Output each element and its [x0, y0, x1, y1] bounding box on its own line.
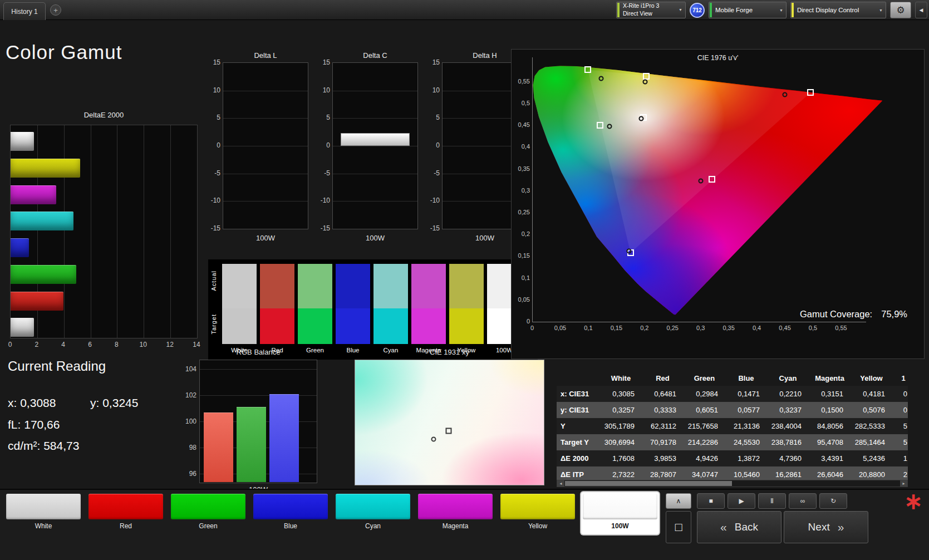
loop-icon: ∞ [800, 497, 805, 505]
swatch-target-yellow [449, 308, 484, 344]
patch-label: Green [171, 522, 245, 530]
gridline [333, 91, 417, 91]
swatch-actual-magenta [411, 264, 446, 308]
swatch-actual-blue [336, 264, 370, 308]
meter-dropdown-label: X-Rite i1Pro 3 Direct View [623, 2, 659, 17]
patch-button-green[interactable]: Green [169, 492, 247, 534]
column-header: Cyan [767, 374, 809, 382]
table-cell: 215,7658 [684, 422, 725, 430]
tick-label: 0,3 [696, 325, 705, 331]
tick-label: 0,2 [513, 230, 530, 237]
display-control-dropdown[interactable]: Direct Display Control ▼ [790, 2, 886, 18]
patch-swatch [253, 494, 328, 519]
table-cell: 0,5076 [851, 406, 892, 414]
back-button[interactable]: « Back [697, 511, 781, 543]
meter-dropdown[interactable]: X-Rite i1Pro 3 Direct View ▼ [616, 2, 686, 18]
row-label: x: CIE31 [557, 390, 600, 398]
table-cell: 95,4708 [809, 438, 851, 446]
pause-button[interactable]: Ⅱ [758, 493, 786, 509]
table-cell: 16,2861 [767, 470, 809, 479]
table-cell: 21,3136 [725, 422, 767, 430]
patch-button-yellow[interactable]: Yellow [499, 492, 577, 534]
tick-label: 10 [140, 341, 147, 348]
gridline [200, 369, 317, 370]
bar-red [11, 292, 63, 311]
play-icon: ▶ [739, 497, 744, 505]
delta-l-xlabel: 100W [223, 234, 308, 242]
cie1976-panel: CIE 1976 u'v' [511, 49, 925, 359]
next-button[interactable]: Next » [784, 511, 868, 543]
source-accent [710, 3, 712, 17]
tick-label: -15 [313, 224, 330, 232]
chevron-down-icon: ▼ [779, 8, 783, 12]
row-label: ΔE 2000 [557, 454, 600, 463]
session-asterisk-icon[interactable]: ∗ [899, 490, 927, 512]
pattern-window-button[interactable]: □ [666, 511, 691, 543]
table-cell: 0,6481 [642, 390, 684, 398]
gridline [333, 201, 417, 202]
tick-label: 2 [35, 341, 39, 348]
panel-up-button[interactable]: ∧ [666, 493, 691, 509]
patch-footer: WhiteRedGreenBlueCyanMagentaYellow100W ∧… [0, 489, 929, 560]
settings-button[interactable]: ⚙ [890, 2, 911, 18]
current-reading-title: Current Reading [8, 358, 106, 374]
patch-swatch [583, 494, 657, 519]
patch-button-100w[interactable]: 100W [581, 492, 659, 534]
table-cell: 0 [892, 406, 908, 414]
tick-label: 96 [178, 470, 196, 478]
scroll-left-arrow[interactable]: ◂ [557, 480, 564, 487]
gridline [170, 125, 171, 338]
page-title: Color Gamut [6, 41, 122, 63]
stop-icon: ■ [709, 497, 712, 505]
table-row: x: CIE310,30850,64810,29840,14710,22100,… [557, 386, 908, 402]
table-cell: 3,9853 [642, 454, 684, 463]
tick-label: 14 [193, 341, 200, 348]
tick-label: -5 [313, 169, 330, 177]
tick-label: 0,05 [554, 325, 566, 331]
swatch-target-green [298, 308, 332, 344]
swatch-actual-yellow [449, 264, 484, 308]
add-tab-button[interactable]: + [50, 4, 61, 16]
tick-label: 0,35 [513, 165, 530, 172]
tick-label: 10 [313, 86, 330, 94]
column-header: Red [642, 374, 684, 382]
current-reading-xy: x: 0,3088y: 0,3245 [8, 396, 138, 410]
column-header: Blue [725, 374, 767, 382]
collapse-panel-button[interactable]: ◀ [915, 2, 927, 18]
table-cell: 2,7322 [600, 470, 642, 479]
measured-marker-magenta [698, 178, 703, 183]
results-table: WhiteRedGreenBlueCyanMagentaYellow1x: CI… [557, 371, 908, 480]
rgb-balance-title: RGB Balance [199, 348, 317, 356]
meter-count-badge[interactable]: 712 [690, 3, 705, 18]
patch-button-cyan[interactable]: Cyan [334, 492, 412, 534]
pattern-window-icon: □ [675, 520, 682, 534]
tick-label: 0 [423, 141, 440, 149]
patch-button-red[interactable]: Red [87, 492, 165, 534]
measured-marker-red [783, 92, 788, 97]
scroll-right-arrow[interactable]: ▸ [900, 480, 907, 487]
table-cell: 84,8056 [809, 422, 851, 430]
table-horizontal-scrollbar[interactable]: ◂ ▸ [557, 480, 908, 487]
table-cell: 0,4181 [851, 390, 892, 398]
patch-button-blue[interactable]: Blue [252, 492, 330, 534]
patch-label: Red [89, 522, 163, 530]
patch-swatch [6, 494, 81, 519]
refresh-button[interactable]: ↻ [819, 493, 847, 509]
table-cell: 0,6051 [684, 406, 725, 414]
table-cell: 62,3112 [642, 422, 684, 430]
source-dropdown[interactable]: Mobile Forge ▼ [709, 2, 787, 18]
stop-button[interactable]: ■ [697, 493, 725, 509]
tab-history[interactable]: History 1 [3, 2, 46, 20]
column-header: 1 [892, 374, 908, 382]
gridline [144, 125, 144, 338]
patch-button-magenta[interactable]: Magenta [416, 492, 494, 534]
tick-label: 0,15 [513, 252, 530, 259]
play-button[interactable]: ▶ [728, 493, 755, 509]
loop-button[interactable]: ∞ [789, 493, 817, 509]
table-cell: 0,3237 [767, 406, 809, 414]
tick-label: 0 [204, 141, 220, 149]
cie1976-chromaticity-diagram [532, 60, 892, 322]
table-row: ΔE 20001,76083,98534,94261,38724,73603,4… [557, 450, 908, 466]
scroll-thumb[interactable] [565, 481, 732, 486]
patch-button-white[interactable]: White [4, 492, 82, 534]
